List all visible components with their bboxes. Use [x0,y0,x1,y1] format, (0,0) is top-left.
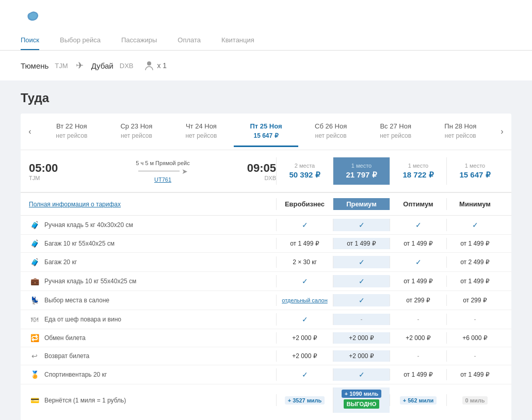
dash: - [417,352,420,360]
price-columns: 2 места50 392 ₽1 место21 797 ₽1 место18 … [276,157,503,185]
passenger-info: x 1 [143,60,167,71]
tariff-cell-0-2: ✓ [390,219,446,231]
miles-cell-1: + 1090 мильВЫГОДНО [333,387,390,413]
price-col-premium[interactable]: 1 место21 797 ₽ [333,157,390,185]
flight-arrival: 09:05 DXB [235,161,276,181]
seat-icon: 💺 [29,295,40,306]
tariff-row-4: 💺 Выбор места в салоне отдельный салон✓о… [21,291,511,310]
tariff-cell-0-1: ✓ [333,219,390,231]
date-next-button[interactable]: › [493,114,511,150]
bag-small-icon: 🧳 [29,219,40,231]
checkmark: ✓ [302,277,308,285]
date-items: Вт 22 Ноянет рейсовСр 23 Ноянет рейсовЧт… [39,116,493,147]
date-item-5[interactable]: Вс 27 Ноянет рейсов [363,116,428,147]
date-prev-button[interactable]: ‹ [21,114,39,150]
nav-step-select[interactable]: Выбор рейса [60,36,101,50]
dash: - [417,316,420,323]
feature-label-1: 🧳 Багаж 10 кг 55х40х25 см [29,238,276,249]
tariff-cell-4-1: ✓ [333,294,390,306]
tariff-cell-6-2: +2 000 ₽ [390,332,446,344]
nav-step-payment[interactable]: Оплата [178,36,201,50]
tariff-cell-4-0: отдельный салон [276,295,333,306]
tariff-cell-6-1: +2 000 ₽ [333,332,390,344]
feature-label-5: 🍽 Еда от шеф повара и вино [29,314,276,325]
flight-departure: 05:00 TJM [29,161,91,181]
checkmark: ✓ [359,370,365,379]
feature-label-4: 💺 Выбор места в салоне [29,295,276,306]
price-col-optimum[interactable]: 1 место18 722 ₽ [390,157,446,185]
food-icon: 🍽 [29,314,40,325]
highlight-badge: ВЫГОДНО [344,399,380,409]
date-item-4[interactable]: Сб 26 Ноянет рейсов [298,116,363,147]
tariff-cell-2-2: ✓ [390,256,446,268]
tariff-cell-7-1: +2 000 ₽ [333,350,390,362]
refund-icon: ↩ [29,350,40,362]
pax-count: x 1 [157,61,167,70]
tariff-row-8: 🏅 Спортинвентарь 20 кг ✓✓от 1 499 ₽от 1 … [21,365,511,384]
flight-number[interactable]: UT761 [91,176,235,183]
nav-step-passengers[interactable]: Пассажиры [121,36,157,50]
tariff-cell-5-2: - [390,314,446,325]
tariff-cell-2-1: ✓ [333,256,390,268]
flight-row: 05:00 TJM 5 ч 5 м Прямой рейс ➤ UT761 09… [21,150,511,192]
tariff-cell-7-3: - [446,350,503,362]
tariff-info-link[interactable]: Полная информация о тарифах [29,201,121,208]
nav-step-search[interactable]: Поиск [21,36,39,50]
miles-badge-eurobiz: + 3527 миль [285,396,325,405]
main-content: Туда ‹ Вт 22 Ноянет рейсовСр 23 Ноянет р… [0,80,532,420]
feature-label-0: 🧳 Ручная кладь 5 кг 40х30х20 см [29,219,276,231]
date-item-0[interactable]: Вт 22 Ноянет рейсов [39,116,104,147]
tariff-cell-2-0: 2 × 30 кг [276,256,333,268]
tariff-cell-6-3: +6 000 ₽ [446,332,503,344]
from-code: TJM [55,62,68,70]
depart-time: 05:00 [29,161,91,175]
tariff-cell-5-0: ✓ [276,313,333,326]
nav-steps: Поиск Выбор рейса Пассажиры Оплата Квита… [0,29,532,51]
tariff-cell-8-0: ✓ [276,368,333,381]
feature-label-7: ↩ Возврат билета [29,350,276,362]
from-city: Тюмень [21,61,49,70]
tariff-cell-3-1: ✓ [333,275,390,287]
flight-duration: 5 ч 5 м Прямой рейс [91,160,235,166]
tariff-cell-3-2: от 1 499 ₽ [390,276,446,287]
section-title: Туда [21,91,511,105]
arrive-code: DXB [235,175,276,181]
flight-arrow-icon: ➤ [182,167,188,175]
miles-icon: 💳 [29,395,40,406]
tariff-row-3: 💼 Ручная кладь 10 кг 55х40х25 см ✓✓от 1 … [21,272,511,291]
separate-cabin-link[interactable]: отдельный салон [282,297,327,303]
checkmark: ✓ [415,221,422,229]
tariff-rows: 🧳 Ручная кладь 5 кг 40х30х20 см ✓✓✓✓ 🧳 Б… [21,216,511,384]
price-col-eurobiz[interactable]: 2 места50 392 ₽ [276,157,333,185]
date-item-3[interactable]: Пт 25 Ноя15 647 ₽ [234,116,299,147]
tariff-cell-4-3: от 299 ₽ [446,295,503,306]
checkmark: ✓ [415,258,422,266]
tariff-head-minimum: Минимум [446,198,503,210]
date-item-1[interactable]: Ср 23 Ноянет рейсов [104,116,169,147]
miles-badge-optimum: + 562 мили [400,396,437,405]
miles-badge-minimum: 0 миль [462,396,488,405]
tariff-cell-0-3: ✓ [446,219,503,231]
dash: - [474,316,476,323]
to-city: Дубай [91,61,114,70]
tariff-head-optimum: Оптимум [390,198,446,210]
tariff-cell-5-1: - [333,314,390,325]
tariff-cell-8-3: от 1 499 ₽ [446,369,503,380]
date-item-2[interactable]: Чт 24 Ноянет рейсов [169,116,234,147]
date-item-6[interactable]: Пн 28 Ноянет рейсов [428,116,493,147]
tariff-row-7: ↩ Возврат билета +2 000 ₽+2 000 ₽-- [21,347,511,365]
price-col-minimum[interactable]: 1 место15 647 ₽ [446,157,503,185]
checkmark: ✓ [472,221,478,229]
bag-large-icon: 🧳 [29,238,40,249]
tariff-cell-0-0: ✓ [276,219,333,231]
nav-step-receipt[interactable]: Квитанция [221,36,254,50]
tariff-cell-3-0: ✓ [276,275,333,287]
feature-label-2: 🧳 Багаж 20 кг [29,256,276,268]
to-code: DXB [120,62,134,70]
tariff-cell-7-0: +2 000 ₽ [276,350,333,362]
date-selector: ‹ Вт 22 Ноянет рейсовСр 23 Ноянет рейсов… [21,114,511,150]
tariff-cell-7-2: - [390,350,446,362]
sports-icon: 🏅 [29,369,40,380]
tariff-cell-5-3: - [446,314,503,325]
tariff-header: Полная информация о тарифах ЕвробизнесПр… [21,193,511,216]
